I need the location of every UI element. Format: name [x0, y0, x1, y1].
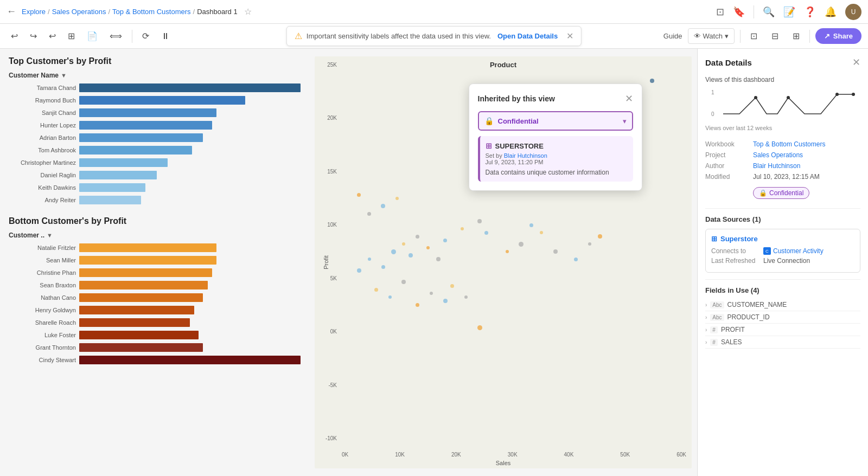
banner-close-icon[interactable]: ✕ — [566, 31, 573, 41]
list-item: Raymond Buch — [9, 95, 301, 106]
list-item: Nathan Cano — [9, 292, 301, 303]
back-button[interactable]: ← — [7, 6, 16, 17]
scatter-dot — [436, 257, 441, 261]
scatter-dot — [368, 258, 371, 261]
svg-text:1: 1 — [711, 89, 714, 95]
datasource-card: ⊞ Superstore Connects to C Customer Acti… — [705, 229, 860, 273]
toolbar-divider-1 — [132, 30, 132, 43]
bookmark-icon[interactable]: 🔖 — [733, 6, 745, 18]
scatter-dot — [477, 219, 482, 223]
list-item[interactable]: › # SALES — [705, 336, 860, 349]
sensitivity-banner: ⚠ Important sensitivity labels affect th… — [286, 26, 582, 46]
datasource-name[interactable]: ⊞ Superstore — [711, 235, 854, 243]
project-value[interactable]: Sales Operations — [753, 151, 803, 159]
workbook-label: Workbook — [705, 140, 749, 148]
pause-button[interactable]: ⏸ — [157, 28, 174, 44]
project-label: Project — [705, 151, 749, 159]
download-button[interactable]: ⊞ — [788, 28, 804, 44]
list-item: Tom Ashbrook — [9, 145, 301, 156]
breadcrumb-top-bottom[interactable]: Top & Bottom Customers — [112, 8, 191, 16]
sidebar-close-icon[interactable]: ✕ — [852, 56, 860, 68]
help-icon[interactable]: ❓ — [804, 6, 816, 18]
favorite-star-icon[interactable]: ☆ — [244, 7, 252, 17]
svg-point-3 — [787, 96, 790, 99]
redo-button[interactable]: ↪ — [25, 28, 41, 44]
meta-author-row: Author Blair Hutchinson — [705, 160, 860, 171]
modal-dropdown[interactable]: 🔒 Confidential ▾ — [478, 111, 633, 131]
list-item: Hunter Lopez — [9, 120, 301, 131]
list-item: Daniel Raglin — [9, 170, 301, 181]
scatter-dot — [401, 280, 406, 284]
breadcrumb-sales-ops[interactable]: Sales Operations — [52, 8, 106, 16]
scatter-dot — [477, 325, 482, 330]
sparkline-wrap: 1 0 — [705, 87, 860, 125]
scatter-dot — [519, 242, 524, 247]
scatter-dot — [484, 231, 488, 235]
scatter-dot — [395, 197, 399, 200]
last-refreshed-value: Live Connection — [763, 257, 810, 265]
top-customers-title: Top Customer's by Profit — [9, 56, 301, 66]
scatter-dot — [388, 295, 392, 299]
revert-button[interactable]: ↩ — [44, 28, 60, 44]
undo-button[interactable]: ↩ — [7, 28, 22, 44]
meta-workbook-row: Workbook Top & Bottom Customers — [705, 139, 860, 150]
open-data-details-link[interactable]: Open Data Details — [497, 32, 558, 40]
last-refreshed-row: Last Refreshed Live Connection — [711, 257, 854, 265]
list-item: Keith Dawkins — [9, 182, 301, 193]
breadcrumb-explore[interactable]: Explore — [22, 8, 46, 16]
charts-container: Top Customer's by Profit Customer Name ▼… — [0, 49, 697, 476]
connects-to-value[interactable]: C Customer Activity — [763, 247, 824, 255]
fields-list: › Abc CUSTOMER_NAME › Abc PRODUCT_ID › #… — [705, 299, 860, 349]
scatter-dot — [357, 193, 361, 197]
modified-value: Jul 10, 2023, 12:15 AM — [753, 173, 820, 181]
edit-icon[interactable]: 📝 — [783, 6, 795, 18]
scatter-y-axis: 25K 20K 15K 10K 5K 0K -5K -10K — [315, 62, 339, 441]
toolbar-divider-2 — [740, 30, 741, 43]
bottom-customers-subtitle: Customer .. ▼ — [9, 231, 301, 239]
workbook-value[interactable]: Top & Bottom Customers — [753, 140, 825, 148]
list-item[interactable]: › Abc CUSTOMER_NAME — [705, 299, 860, 311]
search-icon[interactable]: 🔍 — [763, 6, 775, 18]
author-value[interactable]: Blair Hutchinson — [753, 162, 800, 170]
list-item: Cindy Stewart — [9, 355, 301, 365]
badge-lock-icon: 🔒 — [759, 189, 767, 197]
bell-icon[interactable]: 🔔 — [825, 6, 837, 18]
new-sheet-button[interactable]: 📄 — [82, 28, 102, 44]
eye-icon: 👁 — [694, 32, 701, 40]
svg-point-5 — [852, 93, 855, 96]
modal-source-description: Data contains unique customer informatio… — [486, 169, 628, 176]
share-label: Share — [833, 32, 853, 40]
list-item[interactable]: › # PROFIT — [705, 324, 860, 336]
guide-button[interactable]: Guide — [663, 32, 682, 40]
sparkline-label: Views of this dashboard — [705, 76, 860, 83]
list-item: Christine Phan — [9, 267, 301, 278]
refresh-button[interactable]: ⟳ — [138, 28, 154, 44]
fields-title: Fields in Use (4) — [705, 279, 860, 294]
scatter-dot — [598, 234, 602, 239]
modal-source-header: ⊞ SUPERSTORE — [486, 141, 628, 150]
tablet-icon[interactable]: ⊡ — [716, 6, 724, 18]
datasource-grid-icon: ⊞ — [711, 235, 717, 243]
watch-chevron-icon: ▾ — [725, 32, 729, 40]
filter-icon: ▼ — [61, 72, 67, 79]
data-source-button[interactable]: ⊞ — [63, 28, 79, 44]
scatter-dot — [367, 212, 371, 216]
present-button[interactable]: ⊟ — [767, 28, 783, 44]
bottom-filter-icon: ▼ — [47, 232, 53, 239]
metadata-table: Workbook Top & Bottom Customers Project … — [705, 139, 860, 201]
share-button[interactable]: ↗ Share — [815, 28, 861, 44]
list-item[interactable]: › Abc PRODUCT_ID — [705, 311, 860, 324]
chevron-right-icon: › — [705, 302, 707, 308]
top-nav: ← Explore / Sales Operations / Top & Bot… — [0, 0, 868, 24]
list-item: Andy Reiter — [9, 195, 301, 205]
scatter-dot — [450, 284, 454, 288]
sidebar-header: Data Details ✕ — [705, 56, 860, 68]
watch-button[interactable]: 👁 Watch ▾ — [688, 28, 735, 44]
fullscreen-button[interactable]: ⊡ — [746, 28, 762, 44]
scatter-dot — [540, 231, 543, 234]
modal-close-icon[interactable]: ✕ — [625, 93, 633, 105]
breadcrumb-current: Dashboard 1 — [197, 8, 237, 16]
user-avatar[interactable]: U — [845, 4, 861, 20]
duplicate-button[interactable]: ⟺ — [105, 28, 126, 44]
sidebar-title: Data Details — [705, 58, 752, 67]
